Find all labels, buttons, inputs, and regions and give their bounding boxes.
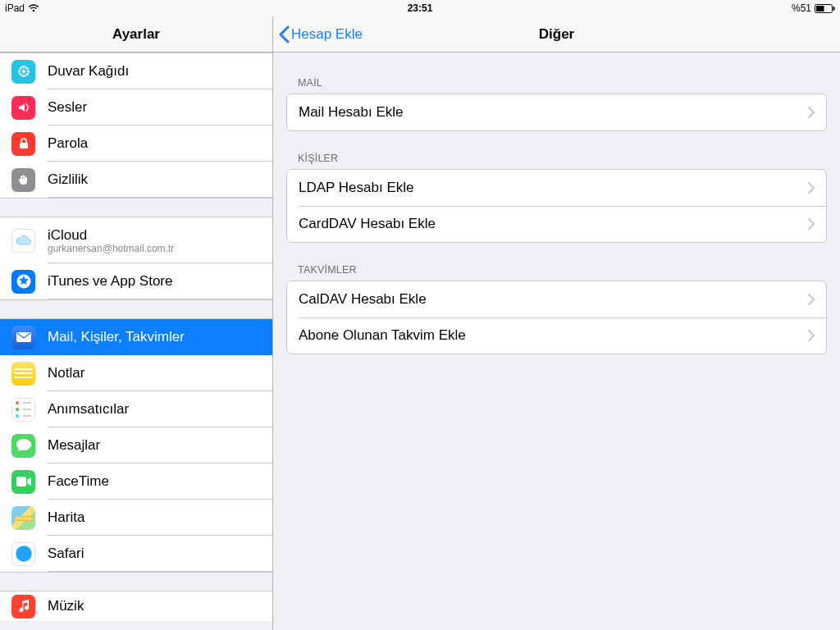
messages-icon [11,434,35,458]
sidebar-item-label: Duvar Kağıdı [48,63,129,80]
cell-label: Mail Hesabı Ekle [299,104,808,121]
svg-point-4 [22,70,25,73]
sidebar-item-label: Notlar [48,365,84,381]
maps-icon [11,506,35,530]
sidebar-item-itunes[interactable]: iTunes ve App Store [0,263,272,299]
sidebar-item-label: FaceTime [48,473,109,490]
sidebar-item-label: Safari [48,546,84,562]
svg-rect-5 [20,143,28,148]
cloud-icon [11,229,35,253]
chevron-right-icon [808,107,815,118]
chevron-left-icon [278,25,290,43]
add-subscribed-calendar[interactable]: Abone Olunan Takvim Ekle [287,317,826,354]
status-battery-pct: %51 [792,2,811,14]
sidebar-item-maps[interactable]: Harita [0,500,272,536]
sidebar-item-label: Parola [48,135,88,152]
sidebar-item-reminders[interactable]: Anımsatıcılar [0,391,272,427]
sidebar-item-notes[interactable]: Notlar [0,355,272,391]
sidebar-item-label: Müzik [48,598,84,614]
add-mail-account[interactable]: Mail Hesabı Ekle [287,94,826,130]
settings-sidebar: Ayarlar Duvar Kağıdı Sesler [0,16,273,630]
section-header-mail: MAİL [298,77,827,89]
sidebar-item-label: iTunes ve App Store [48,273,172,290]
sidebar-item-facetime[interactable]: FaceTime [0,463,272,500]
back-button[interactable]: Hesap Ekle [273,25,363,43]
back-label: Hesap Ekle [291,26,363,43]
sidebar-item-label: Mail, Kişiler, Takvimler [48,329,185,345]
sidebar-item-label: Gizlilik [48,171,88,188]
detail-scroll[interactable]: MAİL Mail Hesabı Ekle KİŞİLER LDAP Hesab… [273,52,840,630]
sidebar-item-privacy[interactable]: Gizlilik [0,162,272,198]
chevron-right-icon [808,182,815,194]
mail-icon [11,326,35,349]
status-bar: iPad 23:51 %51 [0,0,840,16]
sidebar-item-icloud[interactable]: iCloud gurkanersan@hotmail.com.tr [0,217,272,263]
svg-rect-1 [816,6,824,11]
status-time: 23:51 [408,2,433,14]
lock-icon [11,132,35,156]
add-ldap-account[interactable]: LDAP Hesabı Ekle [287,170,826,206]
sidebar-item-music[interactable]: Müzik [0,591,272,621]
cell-label: CardDAV Hesabı Ekle [299,216,808,232]
appstore-icon [11,270,35,294]
sidebar-item-label: Anımsatıcılar [48,401,129,418]
sidebar-item-sub: gurkanersan@hotmail.com.tr [48,243,174,254]
cell-label: CalDAV Hesabı Ekle [299,291,808,308]
music-icon [11,595,35,619]
group-calendars: CalDAV Hesabı Ekle Abone Olunan Takvim E… [286,281,827,354]
reminders-icon [11,398,35,422]
wallpaper-icon [11,60,35,84]
detail-pane: Hesap Ekle Diğer MAİL Mail Hesabı Ekle K… [273,16,840,630]
sidebar-item-label: Mesajlar [48,437,100,454]
sidebar-title: Ayarlar [112,26,160,43]
svg-rect-2 [833,7,835,11]
battery-icon [815,4,835,13]
sidebar-navbar: Ayarlar [0,16,272,52]
sidebar-item-safari[interactable]: Safari [0,536,272,572]
sidebar-item-mail[interactable]: Mail, Kişiler, Takvimler [0,319,272,355]
group-contacts: LDAP Hesabı Ekle CardDAV Hesabı Ekle [286,169,827,243]
cell-label: Abone Olunan Takvim Ekle [299,327,808,344]
chevron-right-icon [808,330,815,341]
chevron-right-icon [808,294,815,305]
chevron-right-icon [808,218,815,230]
sidebar-item-label: iCloud [48,227,174,244]
add-carddav-account[interactable]: CardDAV Hesabı Ekle [287,206,826,242]
add-caldav-account[interactable]: CalDAV Hesabı Ekle [287,281,826,317]
facetime-icon [11,470,35,494]
status-device: iPad [5,2,25,14]
section-header-calendars: TAKVİMLER [298,264,827,276]
sidebar-item-label: Sesler [48,99,87,116]
cell-label: LDAP Hesabı Ekle [299,180,808,196]
detail-title: Diğer [539,26,574,43]
svg-rect-8 [16,477,26,486]
notes-icon [11,362,35,386]
wifi-icon [28,4,39,12]
sidebar-item-wallpaper[interactable]: Duvar Kağıdı [0,53,272,89]
sidebar-item-sounds[interactable]: Sesler [0,89,272,126]
section-header-contacts: KİŞİLER [298,153,827,164]
detail-navbar: Hesap Ekle Diğer [273,16,840,52]
safari-icon [11,542,35,566]
sidebar-item-passcode[interactable]: Parola [0,126,272,162]
sounds-icon [11,96,35,120]
hand-icon [11,168,35,192]
sidebar-item-label: Harita [48,509,84,526]
group-mail: Mail Hesabı Ekle [286,94,827,131]
sidebar-scroll[interactable]: Duvar Kağıdı Sesler Parola Gizlilik [0,52,272,630]
sidebar-item-messages[interactable]: Mesajlar [0,427,272,463]
